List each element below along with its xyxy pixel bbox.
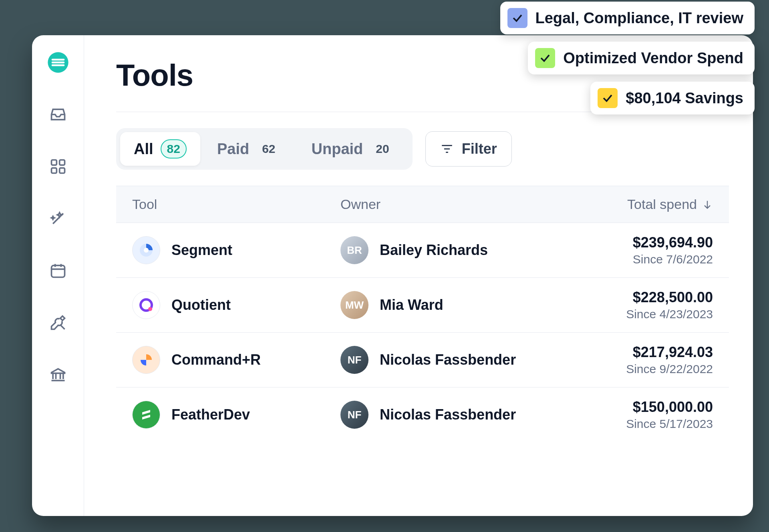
tool-logo — [132, 346, 160, 374]
calendar-icon[interactable] — [47, 259, 69, 282]
svg-rect-5 — [51, 265, 64, 277]
owner-name: Bailey Richards — [380, 242, 488, 259]
tool-name: Segment — [171, 242, 232, 259]
tab-label: All — [134, 141, 153, 158]
col-owner[interactable]: Owner — [340, 197, 569, 212]
avatar: NF — [340, 401, 368, 429]
spend-since: Since 4/23/2023 — [569, 307, 713, 321]
spend-amount: $150,000.00 — [569, 399, 713, 416]
col-tool[interactable]: Tool — [132, 197, 340, 212]
callout-item: $80,104 Savings — [590, 82, 755, 114]
check-icon — [598, 88, 618, 108]
svg-rect-2 — [59, 160, 64, 165]
table-header: Tool Owner Total spend — [116, 186, 729, 223]
spend-amount: $239,694.90 — [569, 234, 713, 251]
svg-point-8 — [148, 307, 152, 311]
tab-label: Unpaid — [312, 141, 363, 158]
spend-amount: $217,924.03 — [569, 344, 713, 361]
col-spend[interactable]: Total spend — [569, 197, 713, 212]
owner-name: Nicolas Fassbender — [380, 406, 516, 423]
table-row[interactable]: Command+R NF Nicolas Fassbender $217,924… — [116, 333, 729, 387]
tool-name: Command+R — [171, 351, 261, 368]
avatar: MW — [340, 291, 368, 319]
check-icon — [507, 8, 527, 28]
callout-stack: Legal, Compliance, IT review Optimized V… — [500, 2, 755, 114]
inbox-icon[interactable] — [47, 103, 69, 126]
filter-icon — [440, 142, 454, 156]
tool-name: FeatherDev — [171, 406, 250, 423]
avatar: BR — [340, 236, 368, 264]
table-row[interactable]: Quotient MW Mia Ward $228,500.00 Since 4… — [116, 278, 729, 333]
spend-since: Since 7/6/2022 — [569, 253, 713, 266]
tool-logo — [132, 291, 160, 319]
svg-rect-1 — [51, 160, 56, 165]
table-row[interactable]: Segment BR Bailey Richards $239,694.90 S… — [116, 223, 729, 278]
tab-count: 62 — [256, 139, 281, 159]
svg-rect-4 — [59, 168, 64, 173]
sidebar — [32, 35, 84, 516]
wand-icon[interactable] — [47, 207, 69, 230]
apps-icon[interactable] — [47, 155, 69, 178]
callout-text: Optimized Vendor Spend — [563, 50, 743, 67]
spend-amount: $228,500.00 — [569, 289, 713, 306]
svg-rect-3 — [51, 168, 56, 173]
callout-text: Legal, Compliance, IT review — [535, 10, 744, 27]
tool-logo — [132, 401, 160, 429]
table-row[interactable]: FeatherDev NF Nicolas Fassbender $150,00… — [116, 387, 729, 442]
tab-all[interactable]: All 82 — [120, 132, 200, 166]
tab-label: Paid — [217, 141, 249, 158]
owner-name: Mia Ward — [380, 297, 443, 313]
filter-button[interactable]: Filter — [425, 131, 512, 167]
check-icon — [535, 48, 555, 68]
callout-text: $80,104 Savings — [626, 90, 743, 107]
tool-logo — [132, 236, 160, 264]
arrow-down-icon — [702, 199, 713, 210]
app-logo[interactable] — [47, 51, 69, 74]
controls-row: All 82 Paid 62 Unpaid 20 Filter — [116, 112, 729, 186]
tab-count: 20 — [370, 139, 395, 159]
status-tabs: All 82 Paid 62 Unpaid 20 — [116, 128, 413, 170]
bank-icon[interactable] — [47, 363, 69, 386]
tools-icon[interactable] — [47, 311, 69, 334]
tool-name: Quotient — [171, 297, 231, 313]
tab-paid[interactable]: Paid 62 — [203, 132, 295, 166]
spend-since: Since 5/17/2023 — [569, 417, 713, 431]
callout-item: Legal, Compliance, IT review — [500, 2, 755, 34]
tab-count: 82 — [161, 139, 187, 159]
tab-unpaid[interactable]: Unpaid 20 — [298, 132, 409, 166]
callout-item: Optimized Vendor Spend — [528, 42, 755, 74]
svg-point-6 — [144, 248, 149, 253]
col-spend-label: Total spend — [627, 197, 697, 212]
spend-since: Since 9/22/2022 — [569, 362, 713, 376]
owner-name: Nicolas Fassbender — [380, 351, 516, 368]
avatar: NF — [340, 346, 368, 374]
filter-label: Filter — [462, 141, 497, 157]
